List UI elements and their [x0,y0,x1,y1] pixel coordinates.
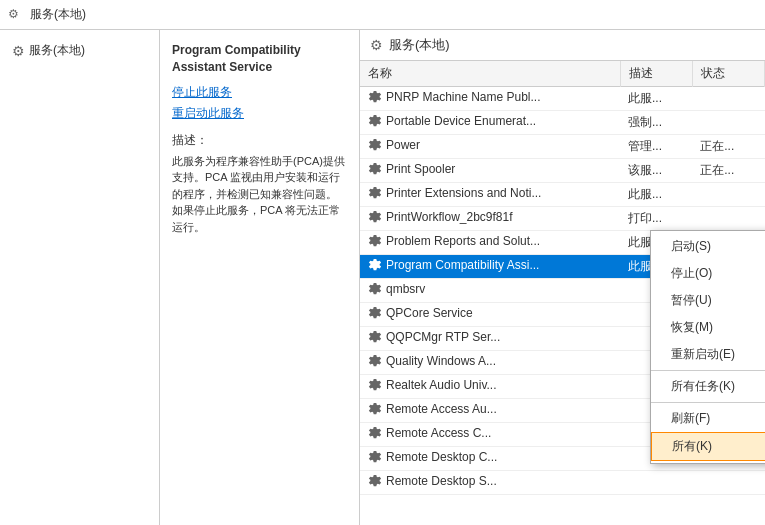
service-name-cell: Realtek Audio Univ... [360,375,620,399]
title-bar: ⚙ 服务(本地) [0,0,765,30]
stop-service-link[interactable]: 停止此服务 [172,84,347,101]
detail-panel: Program Compatibility Assistant Service … [160,30,360,525]
service-name-cell: Remote Desktop S... [360,471,620,495]
table-row[interactable]: Printer Extensions and Noti... 此服... [360,183,765,207]
service-name-cell: Quality Windows A... [360,351,620,375]
service-status-cell [692,207,764,231]
table-row[interactable]: Remote Desktop S... [360,471,765,495]
context-menu-item-label: 所有任务(K) [671,378,735,395]
service-status-cell: 正在... [692,159,764,183]
service-name-cell: Problem Reports and Solut... [360,231,620,255]
context-menu-item-label: 刷新(F) [671,410,710,427]
col-header-desc[interactable]: 描述 [620,61,692,87]
main-layout: ⚙ 服务(本地) Program Compatibility Assistant… [0,30,765,525]
table-row[interactable]: PrintWorkflow_2bc9f81f 打印... [360,207,765,231]
service-name-cell: Power [360,135,620,159]
service-name-cell: Program Compatibility Assi... [360,255,620,279]
title-bar-icon: ⚙ [8,7,24,23]
services-panel: ⚙ 服务(本地) 名称 描述 状态 [360,30,765,525]
service-desc-cell: 此服... [620,183,692,207]
context-menu-item[interactable]: 所有(K) [651,432,765,461]
context-menu-item[interactable]: 恢复(M) [651,314,765,341]
desc-label: 描述： [172,132,347,149]
service-desc-cell: 该服... [620,159,692,183]
service-desc-cell: 打印... [620,207,692,231]
table-row[interactable]: PNRP Machine Name Publ... 此服... [360,87,765,111]
service-desc-cell [620,471,692,495]
table-row[interactable]: Print Spooler 该服...正在... [360,159,765,183]
restart-service-link[interactable]: 重启动此服务 [172,105,347,122]
context-menu-item[interactable]: 所有任务(K)▶ [651,373,765,400]
table-row[interactable]: Power 管理...正在... [360,135,765,159]
context-menu: 启动(S)停止(O)暂停(U)恢复(M)重新启动(E)所有任务(K)▶刷新(F)… [650,230,765,464]
services-header: ⚙ 服务(本地) [360,30,765,61]
service-name-cell: Printer Extensions and Noti... [360,183,620,207]
services-header-icon: ⚙ [370,37,383,53]
table-header-row: 名称 描述 状态 [360,61,765,87]
service-name-cell: qmbsrv [360,279,620,303]
service-status-cell [692,111,764,135]
service-name-cell: Portable Device Enumerat... [360,111,620,135]
desc-text: 此服务为程序兼容性助手(PCA)提供支持。PCA 监视由用户安装和运行的程序，并… [172,153,347,236]
service-name-cell: Remote Access C... [360,423,620,447]
service-desc-cell: 管理... [620,135,692,159]
context-menu-item-label: 暂停(U) [671,292,712,309]
service-name-cell: Remote Desktop C... [360,447,620,471]
context-menu-item[interactable]: 刷新(F) [651,405,765,432]
sidebar-title[interactable]: ⚙ 服务(本地) [8,38,151,63]
context-menu-item[interactable]: 启动(S) [651,233,765,260]
service-status-cell [692,87,764,111]
col-header-status[interactable]: 状态 [692,61,764,87]
sidebar-title-label: 服务(本地) [29,42,85,59]
context-menu-divider [651,402,765,403]
service-name-cell: QQPCMgr RTP Ser... [360,327,620,351]
title-bar-text: 服务(本地) [30,6,86,23]
context-menu-item-label: 重新启动(E) [671,346,735,363]
service-status-cell [692,183,764,207]
services-header-title: 服务(本地) [389,36,450,54]
service-name-cell: Print Spooler [360,159,620,183]
sidebar-tree-icon: ⚙ [12,43,25,59]
service-status-cell: 正在... [692,135,764,159]
service-name-cell: PrintWorkflow_2bc9f81f [360,207,620,231]
service-name-cell: QPCore Service [360,303,620,327]
detail-service-name: Program Compatibility Assistant Service [172,42,347,76]
context-menu-item[interactable]: 暂停(U) [651,287,765,314]
service-name-cell: PNRP Machine Name Publ... [360,87,620,111]
service-status-cell [692,471,764,495]
context-menu-item-label: 停止(O) [671,265,712,282]
context-menu-item-label: 启动(S) [671,238,711,255]
context-menu-divider [651,370,765,371]
context-menu-item[interactable]: 重新启动(E) [651,341,765,368]
sidebar: ⚙ 服务(本地) [0,30,160,525]
service-desc-cell: 此服... [620,87,692,111]
context-menu-item-label: 所有(K) [672,438,712,455]
table-row[interactable]: Portable Device Enumerat... 强制... [360,111,765,135]
service-name-cell: Remote Access Au... [360,399,620,423]
content-area: Program Compatibility Assistant Service … [160,30,765,525]
context-menu-item[interactable]: 停止(O) [651,260,765,287]
col-header-name[interactable]: 名称 [360,61,620,87]
context-menu-item-label: 恢复(M) [671,319,713,336]
service-desc-cell: 强制... [620,111,692,135]
